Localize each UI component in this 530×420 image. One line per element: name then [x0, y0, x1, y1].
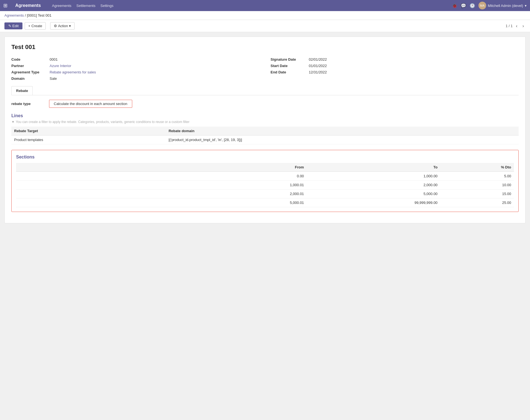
table-row: 2,000.01 5,000.00 15.00 [16, 189, 514, 198]
cell-dto: 15.00 [440, 189, 514, 198]
filter-hint: ▼ You can create a filter to apply the r… [11, 120, 519, 124]
toolbar: ✎ Edit + Create ⚙ Action ▾ 1 / 1 ‹ › [0, 20, 530, 32]
cell-to: 99,999,999.00 [307, 198, 440, 207]
avatar: MA [478, 2, 486, 9]
chat-icon[interactable]: 💬 [461, 3, 466, 8]
pagination: 1 / 1 ‹ › [506, 23, 526, 29]
sections-box: Sections From To % Dto 0.00 1,000.00 5.0… [11, 150, 519, 212]
user-menu[interactable]: MA Mitchell Admin (devel) ▾ [478, 2, 527, 9]
action-button[interactable]: ⚙ Action ▾ [50, 22, 75, 30]
end-date-label: End Date [271, 70, 307, 74]
sections-table: From To % Dto 0.00 1,000.00 5.00 1,000.0… [16, 163, 514, 207]
cell-to: 1,000.00 [307, 172, 440, 181]
sections-table-header: From To % Dto [16, 163, 514, 172]
right-fields: Signature Date 02/01/2022 Start Date 01/… [271, 56, 519, 82]
partner-link[interactable]: Azure Interior [50, 64, 71, 68]
agreement-type-value: Rebate agreements for sales [50, 70, 96, 74]
tab-content-rebate: rebate type Calculate the discount in ea… [11, 95, 519, 216]
col-rebate-domain: Rebate domain [166, 127, 519, 135]
form-fields: Code 0001 Partner Azure Interior Agreeme… [11, 56, 519, 82]
cell-empty [16, 172, 215, 181]
rebate-type-row: rebate type Calculate the discount in ea… [11, 100, 519, 108]
sections-table-body: 0.00 1,000.00 5.00 1,000.01 2,000.00 10.… [16, 172, 514, 207]
cell-dto: 25.00 [440, 198, 514, 207]
field-domain: Domain Sale [11, 75, 259, 82]
cell-empty [16, 189, 215, 198]
signature-date-label: Signature Date [271, 57, 307, 62]
domain-label: Domain [11, 76, 47, 81]
code-value: 0001 [50, 57, 58, 62]
agreement-type-link[interactable]: Rebate agreements for sales [50, 70, 96, 74]
lines-table-body: Product templates [('product_id.product_… [11, 135, 519, 144]
edit-button[interactable]: ✎ Edit [4, 22, 22, 29]
breadcrumb: Agreements / [0001] Test 001 [0, 11, 530, 20]
top-right-icons: 🐞 💬 🕐 MA Mitchell Admin (devel) ▾ [452, 2, 527, 9]
field-agreement-type: Agreement Type Rebate agreements for sal… [11, 69, 259, 75]
agreement-type-label: Agreement Type [11, 70, 47, 74]
menu-settings[interactable]: Settings [100, 2, 113, 9]
lines-table-header: Rebate Target Rebate domain [11, 127, 519, 135]
left-fields: Code 0001 Partner Azure Interior Agreeme… [11, 56, 259, 82]
partner-label: Partner [11, 64, 47, 68]
rebate-type-label: rebate type [11, 102, 45, 106]
pagination-prev[interactable]: ‹ [514, 23, 519, 29]
lines-table: Rebate Target Rebate domain Product temp… [11, 127, 519, 144]
cell-to: 2,000.00 [307, 181, 440, 189]
start-date-label: Start Date [271, 64, 307, 68]
cell-empty [16, 198, 215, 207]
end-date-value: 12/31/2022 [309, 70, 327, 74]
user-dropdown-icon: ▾ [525, 4, 527, 8]
table-row: 1,000.01 2,000.00 10.00 [16, 181, 514, 189]
code-label: Code [11, 57, 47, 62]
cell-from: 1,000.01 [215, 181, 307, 189]
grid-menu-icon[interactable]: ⊞ [3, 2, 7, 9]
record-card: Test 001 Code 0001 Partner Azure Interio… [4, 37, 526, 223]
start-date-value: 01/01/2022 [309, 64, 327, 68]
cell-empty [16, 181, 215, 189]
sections-header-row: From To % Dto [16, 163, 514, 172]
cell-dto: 5.00 [440, 172, 514, 181]
lines-section-title: Lines [11, 113, 519, 118]
cell-rebate-domain: [('product_id.product_tmpl_id', 'in', [2… [166, 135, 519, 144]
user-name: Mitchell Admin (devel) [488, 4, 523, 8]
create-button[interactable]: + Create [25, 22, 46, 30]
domain-value: Sale [50, 76, 57, 81]
pagination-next[interactable]: › [521, 23, 526, 29]
col-sections-empty [16, 163, 215, 172]
filter-hint-text: You can create a filter to apply the reb… [16, 120, 190, 124]
signature-date-value: 02/01/2022 [309, 57, 327, 62]
col-dto: % Dto [440, 163, 514, 172]
app-name: Agreements [15, 3, 41, 8]
cell-dto: 10.00 [440, 181, 514, 189]
breadcrumb-current: [0001] Test 001 [27, 13, 52, 17]
field-end-date: End Date 12/31/2022 [271, 69, 519, 75]
tabs-bar: Rebate [11, 86, 519, 95]
col-from: From [215, 163, 307, 172]
filter-icon: ▼ [11, 120, 15, 124]
record-title: Test 001 [11, 43, 519, 51]
cell-to: 5,000.00 [307, 189, 440, 198]
menu-agreements[interactable]: Agreements [52, 2, 71, 9]
cell-from: 2,000.01 [215, 189, 307, 198]
field-code: Code 0001 [11, 56, 259, 63]
main-content: Test 001 Code 0001 Partner Azure Interio… [0, 32, 530, 419]
bug-icon[interactable]: 🐞 [452, 3, 457, 8]
field-partner: Partner Azure Interior [11, 63, 259, 69]
table-row: Product templates [('product_id.product_… [11, 135, 519, 144]
cell-rebate-target: Product templates [11, 135, 166, 144]
top-navigation: ⊞ Agreements Agreements Settlements Sett… [0, 0, 530, 11]
field-start-date: Start Date 01/01/2022 [271, 63, 519, 69]
tab-rebate[interactable]: Rebate [11, 86, 33, 95]
table-row: 5,000.01 99,999,999.00 25.00 [16, 198, 514, 207]
menu-settlements[interactable]: Settlements [77, 2, 96, 9]
cell-from: 5,000.01 [215, 198, 307, 207]
lines-header-row: Rebate Target Rebate domain [11, 127, 519, 135]
col-rebate-target: Rebate Target [11, 127, 166, 135]
col-to: To [307, 163, 440, 172]
rebate-type-value: Calculate the discount in each amount se… [49, 100, 132, 108]
partner-value: Azure Interior [50, 64, 71, 68]
field-signature-date: Signature Date 02/01/2022 [271, 56, 519, 63]
cell-from: 0.00 [215, 172, 307, 181]
clock-icon[interactable]: 🕐 [470, 3, 475, 8]
breadcrumb-parent[interactable]: Agreements [4, 13, 24, 17]
